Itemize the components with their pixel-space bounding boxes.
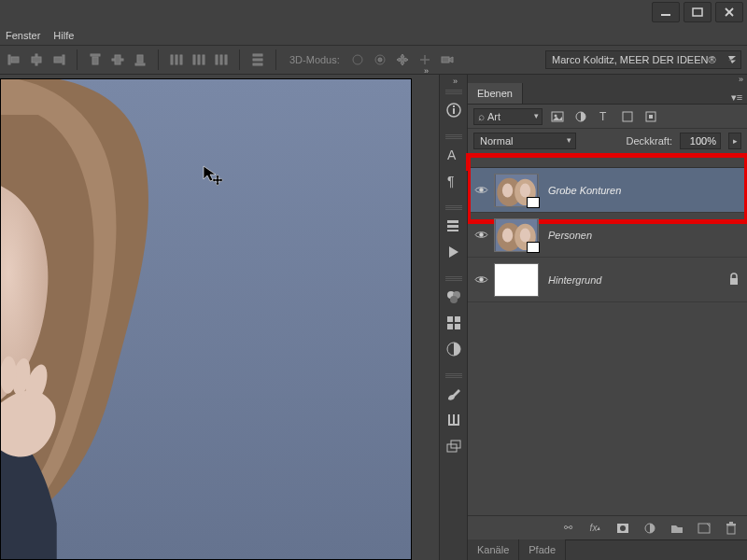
- align-left-icon[interactable]: [6, 51, 22, 68]
- link-icon[interactable]: ⚯: [561, 521, 575, 535]
- svg-rect-50: [455, 324, 460, 329]
- doc-tab-overflow-icon[interactable]: »: [424, 66, 433, 76]
- menu-hilfe[interactable]: Hilfe: [53, 30, 74, 41]
- menu-fenster[interactable]: Fenster: [6, 30, 40, 41]
- clone-source-icon[interactable]: [441, 433, 467, 459]
- layer-name[interactable]: Grobe Konturen: [548, 185, 621, 196]
- dock-grip[interactable]: [445, 373, 462, 379]
- opacity-flyout-icon[interactable]: ▸: [728, 133, 741, 149]
- 3d-camera-icon[interactable]: [439, 51, 456, 68]
- mask-icon[interactable]: [615, 521, 629, 535]
- layer-row[interactable]: Personen: [468, 213, 747, 258]
- layer-thumbnail[interactable]: [494, 174, 539, 207]
- new-layer-icon[interactable]: [697, 521, 711, 535]
- svg-rect-17: [176, 55, 177, 64]
- svg-rect-24: [225, 55, 227, 64]
- opacity-input[interactable]: 100%: [680, 133, 721, 149]
- svg-point-76: [620, 525, 626, 531]
- smart-object-badge-icon: [527, 197, 540, 208]
- visibility-toggle[interactable]: [468, 274, 494, 285]
- layers-blend-row: Normal Deckkraft: 100% ▸: [468, 129, 747, 153]
- brush-icon[interactable]: [441, 381, 467, 407]
- svg-rect-14: [135, 63, 145, 65]
- svg-rect-5: [11, 57, 19, 63]
- 3d-orbit-icon[interactable]: [349, 51, 366, 68]
- distribute-v1-icon[interactable]: [249, 51, 266, 68]
- layer-row[interactable]: Grobe Konturen: [468, 168, 747, 213]
- tab-pfade[interactable]: Pfade: [519, 539, 566, 560]
- lock-icon[interactable]: [728, 273, 741, 287]
- align-top-icon[interactable]: [87, 51, 104, 68]
- svg-rect-23: [220, 55, 222, 64]
- filter-pixel-icon[interactable]: [550, 109, 564, 123]
- paragraph-icon[interactable]: ¶: [441, 168, 467, 194]
- minimize-button[interactable]: [652, 2, 680, 22]
- panel-menu-icon[interactable]: ▾≡: [730, 91, 747, 104]
- 3d-roll-icon[interactable]: [372, 51, 388, 68]
- adjust-icon[interactable]: [642, 521, 656, 535]
- workspace-dropdown[interactable]: Marco Kolditz, MEER DER IDEEN®: [545, 50, 741, 69]
- styles-icon[interactable]: [441, 310, 467, 336]
- dock-grip[interactable]: [445, 90, 462, 95]
- character-icon[interactable]: A: [441, 142, 467, 168]
- filter-text-icon[interactable]: T: [597, 109, 611, 123]
- swatches-icon[interactable]: [441, 284, 467, 310]
- svg-rect-18: [180, 55, 182, 64]
- distribute-h1-icon[interactable]: [168, 51, 185, 68]
- filter-adjust-icon[interactable]: [573, 109, 587, 123]
- actions-icon[interactable]: [441, 239, 467, 265]
- panel-overflow-icon[interactable]: »: [739, 75, 743, 84]
- canvas-wrap: »: [0, 75, 439, 560]
- align-middle-icon[interactable]: [109, 51, 126, 68]
- align-right-icon[interactable]: [50, 51, 67, 68]
- panels-column: » Ebenen ▾≡ Art T Normal: [467, 75, 747, 560]
- svg-rect-47: [447, 316, 453, 322]
- 3d-pan-icon[interactable]: [394, 51, 411, 68]
- layer-row[interactable]: Hintergrund: [468, 258, 747, 302]
- layer-thumbnail[interactable]: [494, 263, 539, 297]
- tab-ebenen[interactable]: Ebenen: [468, 83, 523, 104]
- trash-icon[interactable]: [724, 521, 738, 535]
- svg-point-65: [502, 183, 513, 197]
- blend-mode-dropdown[interactable]: Normal: [473, 133, 576, 149]
- svg-point-61: [479, 188, 483, 191]
- filter-shape-icon[interactable]: [620, 109, 634, 123]
- align-center-icon[interactable]: [28, 51, 45, 68]
- distribute-h3-icon[interactable]: [213, 51, 230, 68]
- tab-kanaele[interactable]: Kanäle: [468, 539, 519, 560]
- brush-presets-icon[interactable]: [441, 407, 467, 433]
- dock-grip[interactable]: [445, 134, 462, 140]
- svg-rect-22: [216, 55, 218, 64]
- svg-text:T: T: [599, 110, 607, 123]
- distribute-h2-icon[interactable]: [190, 51, 207, 68]
- panel-tabs: Ebenen ▾≡: [468, 84, 747, 105]
- layer-name[interactable]: Personen: [548, 230, 592, 241]
- info-icon[interactable]: [441, 97, 467, 123]
- layer-name[interactable]: Hintergrund: [548, 274, 601, 286]
- workspace-label: Marco Kolditz, MEER DER IDEEN®: [552, 54, 716, 65]
- group-icon[interactable]: [669, 521, 684, 535]
- visibility-toggle[interactable]: [468, 230, 494, 240]
- maximize-button[interactable]: [684, 2, 712, 22]
- fx-icon[interactable]: fx▴: [588, 521, 602, 535]
- adjustments-icon[interactable]: [441, 336, 467, 362]
- doc-tab-strip: »: [424, 65, 433, 77]
- close-button[interactable]: [715, 2, 743, 22]
- svg-point-28: [353, 55, 362, 64]
- document-canvas[interactable]: [0, 78, 412, 560]
- svg-rect-25: [253, 54, 262, 56]
- svg-rect-43: [447, 230, 458, 231]
- dock-grip[interactable]: [445, 205, 462, 211]
- dock-grip[interactable]: [445, 276, 462, 282]
- dock-overflow-icon[interactable]: »: [453, 77, 464, 84]
- align-bottom-icon[interactable]: [132, 51, 148, 68]
- svg-point-72: [520, 228, 530, 242]
- layer-filter-dropdown[interactable]: Art: [473, 108, 543, 125]
- filter-smart-icon[interactable]: [643, 109, 657, 123]
- layer-thumbnail[interactable]: [494, 218, 539, 252]
- history-icon[interactable]: [441, 213, 467, 239]
- svg-rect-15: [137, 55, 143, 63]
- svg-rect-79: [727, 525, 735, 534]
- layers-filter-row: Art T: [468, 105, 747, 129]
- visibility-toggle[interactable]: [468, 185, 494, 195]
